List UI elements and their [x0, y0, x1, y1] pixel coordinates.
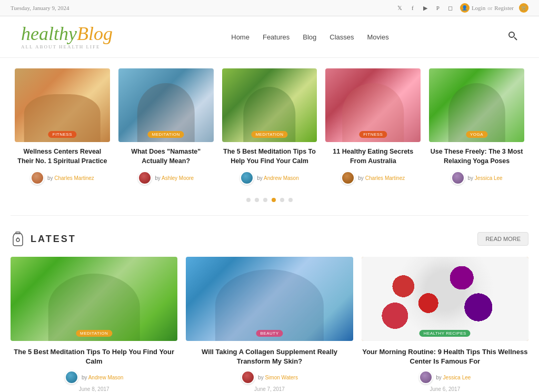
dot-4[interactable]	[272, 198, 276, 202]
latest-avatar-1	[65, 370, 78, 384]
latest-card-3[interactable]: HEALTHY RECIPES Your Morning Routine: 9 …	[362, 257, 528, 392]
featured-title-5: Use These Freely: The 3 Most Relaxing Yo…	[429, 147, 524, 166]
logo[interactable]: healthyBlog ALL ABOUT HEALTH LIFE	[21, 24, 113, 49]
latest-author-row-2: by Simon Waters	[186, 370, 353, 384]
latest-category-2: BEAUTY	[256, 330, 283, 337]
author-row-3: by Andrew Mason	[222, 171, 317, 185]
featured-image-1: FITNESS	[15, 68, 110, 142]
or-text: or	[487, 5, 492, 11]
login-link[interactable]: Login	[472, 5, 485, 11]
author-name-3: by Andrew Mason	[257, 175, 299, 181]
author-avatar-3	[240, 171, 254, 185]
author-row-2: by Ashley Moore	[118, 171, 214, 185]
featured-title-4: 11 Healthy Eating Secrets From Australia	[325, 147, 421, 166]
twitter-icon[interactable]: 𝕏	[396, 4, 404, 12]
latest-category-3: HEALTHY RECIPES	[420, 330, 471, 337]
featured-image-3: MEDITATION	[222, 68, 317, 142]
latest-author-row-3: by Jessica Lee	[362, 370, 528, 384]
dot-1[interactable]	[246, 198, 251, 202]
read-more-button[interactable]: READ MORE	[477, 232, 528, 246]
latest-title-3: Your Morning Routine: 9 Health Tips This…	[362, 347, 528, 366]
date-display: Tuesday, January 9, 2024	[11, 5, 69, 11]
facebook-icon[interactable]: f	[408, 4, 417, 12]
nav-home[interactable]: Home	[231, 33, 249, 41]
featured-title-3: The 5 Best Meditation Tips To Help You F…	[222, 147, 317, 166]
author-avatar-2	[138, 171, 152, 185]
pagination-dots	[0, 190, 539, 210]
svg-line-1	[514, 37, 517, 40]
logo-tagline: ALL ABOUT HEALTH LIFE	[21, 44, 100, 49]
bottle-icon	[11, 232, 25, 246]
featured-title-1: Wellness Centers Reveal Their No. 1 Spir…	[15, 147, 110, 166]
featured-card-3[interactable]: MEDITATION The 5 Best Meditation Tips To…	[218, 68, 322, 185]
logo-text: healthyBlog	[21, 24, 113, 43]
latest-date-1: June 8, 2017	[11, 386, 177, 392]
dot-6[interactable]	[288, 198, 293, 202]
featured-cards: FITNESS Wellness Centers Reveal Their No…	[0, 58, 539, 190]
author-name-2: by Ashley Moore	[155, 175, 194, 181]
latest-author-2: by Simon Waters	[258, 375, 298, 380]
latest-title: LATEST	[11, 232, 76, 246]
latest-avatar-3	[419, 370, 433, 384]
author-avatar-5	[451, 171, 465, 185]
featured-card-4[interactable]: FITNESS 11 Healthy Eating Secrets From A…	[321, 68, 425, 185]
latest-avatar-2	[241, 370, 255, 384]
nav-classes[interactable]: Classes	[330, 33, 354, 41]
author-row-1: by Charles Martinez	[15, 171, 110, 185]
top-bar-right: 𝕏 f ▶ P ◻ 👤 Login or Register 🛒	[396, 3, 528, 13]
dot-5[interactable]	[280, 198, 284, 202]
latest-date-2: June 7, 2017	[186, 386, 353, 392]
latest-section: LATEST READ MORE MEDITATION The 5 Best M…	[0, 221, 539, 392]
author-avatar-4	[341, 171, 355, 185]
featured-title-2: What Does "Namaste" Actually Mean?	[118, 147, 214, 166]
nav-features[interactable]: Features	[263, 33, 290, 41]
latest-cards: MEDITATION The 5 Best Meditation Tips To…	[11, 257, 528, 392]
author-name-4: by Charles Martinez	[358, 175, 405, 181]
latest-image-1: MEDITATION	[11, 257, 177, 341]
nav-movies[interactable]: Movies	[367, 33, 389, 41]
login-register: 👤 Login or Register	[460, 3, 514, 13]
logo-blog: Blog	[77, 23, 113, 44]
latest-title-2: Will Taking A Collagen Supplement Really…	[186, 347, 353, 366]
user-icon: 👤	[460, 3, 470, 13]
featured-image-2: MEDITATION	[118, 68, 214, 142]
featured-image-4: FITNESS	[325, 68, 421, 142]
featured-image-5: YOGA	[429, 68, 524, 142]
category-badge-3: MEDITATION	[251, 131, 287, 138]
author-row-5: by Jessica Lee	[429, 171, 524, 185]
register-link[interactable]: Register	[494, 5, 514, 11]
dot-3[interactable]	[263, 198, 267, 202]
youtube-icon[interactable]: ▶	[421, 4, 430, 12]
header: healthyBlog ALL ABOUT HEALTH LIFE Home F…	[0, 16, 539, 58]
category-badge-5: YOGA	[466, 131, 487, 138]
latest-category-1: MEDITATION	[76, 330, 112, 337]
search-button[interactable]	[507, 31, 518, 43]
latest-date-3: June 6, 2017	[362, 386, 528, 392]
latest-card-1[interactable]: MEDITATION The 5 Best Meditation Tips To…	[11, 257, 177, 392]
dot-2[interactable]	[255, 198, 259, 202]
latest-author-row-1: by Andrew Mason	[11, 370, 177, 384]
author-name-1: by Charles Martinez	[47, 175, 94, 181]
social-icons: 𝕏 f ▶ P ◻	[396, 4, 455, 12]
instagram-icon[interactable]: ◻	[446, 4, 455, 12]
featured-section: FITNESS Wellness Centers Reveal Their No…	[0, 58, 539, 210]
featured-card-2[interactable]: MEDITATION What Does "Namaste" Actually …	[114, 68, 218, 185]
main-nav: Home Features Blog Classes Movies	[231, 33, 388, 41]
cart-icon[interactable]: 🛒	[519, 3, 528, 13]
nav-blog[interactable]: Blog	[303, 33, 316, 41]
featured-card-1[interactable]: FITNESS Wellness Centers Reveal Their No…	[11, 68, 114, 185]
category-badge-2: MEDITATION	[148, 131, 184, 138]
latest-card-2[interactable]: BEAUTY Will Taking A Collagen Supplement…	[186, 257, 353, 392]
featured-card-5[interactable]: YOGA Use These Freely: The 3 Most Relaxi…	[425, 68, 528, 185]
author-avatar-1	[31, 171, 44, 185]
svg-point-0	[509, 32, 514, 37]
latest-author-3: by Jessica Lee	[436, 375, 471, 380]
logo-healthy: healthy	[21, 23, 77, 44]
category-badge-1: FITNESS	[48, 131, 76, 138]
svg-point-3	[16, 238, 19, 242]
top-bar: Tuesday, January 9, 2024 𝕏 f ▶ P ◻ 👤 Log…	[0, 0, 539, 16]
latest-header: LATEST READ MORE	[11, 232, 528, 246]
pinterest-icon[interactable]: P	[434, 4, 442, 12]
author-row-4: by Charles Martinez	[325, 171, 421, 185]
latest-title-text: LATEST	[31, 234, 76, 245]
